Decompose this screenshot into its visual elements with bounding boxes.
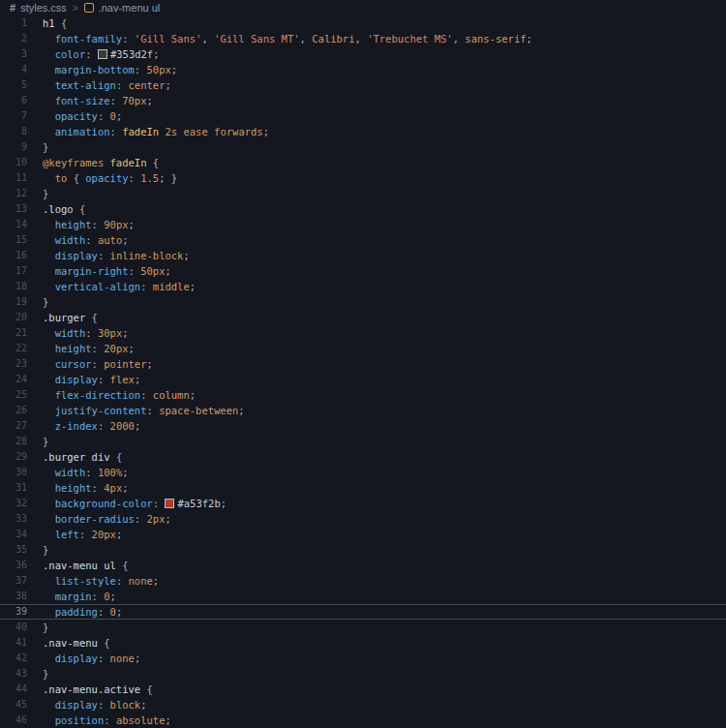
code-line[interactable]: 6 font-size: 70px; — [0, 93, 726, 108]
code-line[interactable]: 32 background-color: #a53f2b; — [0, 496, 726, 511]
code-line[interactable]: 3 color: #353d2f; — [0, 46, 726, 62]
line-number: 17 — [0, 263, 27, 279]
code-line[interactable]: 28} — [0, 434, 726, 449]
code-line[interactable]: 37 list-style: none; — [0, 573, 726, 589]
code-token: text-align — [55, 79, 116, 91]
line-number: 7 — [0, 108, 27, 124]
code-line[interactable]: 35} — [0, 542, 726, 558]
code-line[interactable]: 15 width: auto; — [0, 232, 726, 248]
code-token: : — [129, 265, 141, 277]
code-line[interactable]: 7 opacity: 0; — [0, 108, 726, 124]
color-swatch[interactable] — [98, 49, 107, 59]
code-line-content: } — [27, 186, 48, 201]
editor[interactable]: 1h1 {2 font-family: 'Gill Sans', 'Gill S… — [0, 15, 726, 728]
breadcrumb-file[interactable]: styles.css — [20, 2, 67, 14]
code-token: #a53f2b — [177, 498, 220, 509]
code-line[interactable]: 33 border-radius: 2px; — [0, 511, 726, 527]
code-line[interactable]: 39 padding: 0; — [0, 604, 726, 620]
code-token: ; — [171, 64, 177, 76]
code-token — [43, 652, 55, 664]
css-rule-symbol-icon — [84, 3, 94, 13]
code-token — [43, 405, 55, 416]
code-line[interactable]: 27 z-index: 2000; — [0, 418, 726, 434]
code-token: ; — [190, 389, 196, 401]
code-line[interactable]: 1h1 { — [0, 15, 726, 31]
code-token — [43, 343, 55, 354]
code-token: animation — [55, 126, 110, 137]
code-token: .burger — [43, 312, 85, 323]
code-token: #353d2f — [110, 48, 153, 60]
code-token: position — [55, 714, 105, 726]
code-token: : — [92, 482, 105, 494]
code-line[interactable]: 30 width: 100%; — [0, 465, 726, 480]
code-token: .burger — [43, 451, 85, 463]
code-line[interactable]: 34 left: 20px; — [0, 527, 726, 542]
code-line[interactable]: 45 display: block; — [0, 697, 726, 713]
breadcrumb-symbol[interactable]: .nav-menu ul — [99, 2, 161, 14]
code-line[interactable]: 44.nav-menu.active { — [0, 682, 726, 697]
code-token: : — [135, 513, 147, 525]
code-token: : — [129, 172, 141, 184]
code-token: 70px — [122, 95, 146, 106]
code-token: forwards — [214, 126, 263, 137]
line-number: 27 — [0, 418, 27, 434]
code-token: width — [55, 327, 86, 339]
code-line[interactable]: 5 text-align: center; — [0, 77, 726, 93]
code-token: ; — [153, 575, 159, 587]
code-token: : — [116, 79, 129, 91]
code-line[interactable]: 36.nav-menu ul { — [0, 558, 726, 573]
code-line[interactable]: 14 height: 90px; — [0, 217, 726, 232]
code-line[interactable]: 17 margin-right: 50px; — [0, 263, 726, 279]
code-line[interactable]: 22 height: 20px; — [0, 341, 726, 356]
code-line-content: display: none; — [27, 651, 140, 666]
code-line[interactable]: 43} — [0, 666, 726, 682]
code-token: ; — [190, 281, 196, 292]
code-line[interactable]: 42 display: none; — [0, 651, 726, 666]
code-line[interactable]: 25 flex-direction: column; — [0, 387, 726, 403]
code-line[interactable]: 18 vertical-align: middle; — [0, 279, 726, 294]
code-line[interactable]: 23 cursor: pointer; — [0, 356, 726, 372]
code-line[interactable]: 41.nav-menu { — [0, 635, 726, 651]
code-line[interactable]: 11 to { opacity: 1.5; } — [0, 170, 726, 186]
code-token: margin — [55, 591, 92, 602]
code-token: { — [104, 637, 109, 649]
code-token: fadeIn — [110, 157, 147, 168]
code-line[interactable]: 12} — [0, 186, 726, 201]
code-line[interactable]: 40} — [0, 620, 726, 635]
code-line[interactable]: 21 width: 30px; — [0, 325, 726, 341]
code-line-content: width: auto; — [27, 232, 129, 248]
code-line[interactable]: 4 margin-bottom: 50px; — [0, 62, 726, 77]
line-number: 36 — [0, 558, 27, 573]
chevron-right-icon: > — [72, 3, 79, 14]
code-line[interactable]: 13.logo { — [0, 201, 726, 217]
line-number: 9 — [0, 139, 27, 155]
code-token: z-index — [55, 420, 98, 432]
code-line[interactable]: 10@keyframes fadeIn { — [0, 155, 726, 170]
code-line[interactable]: 29.burger div { — [0, 449, 726, 465]
code-line-content: display: flex; — [27, 372, 140, 387]
code-token: height — [55, 219, 92, 230]
code-token: ; — [122, 482, 128, 494]
code-line[interactable]: 31 height: 4px; — [0, 480, 726, 496]
code-line[interactable]: 26 justify-content: space-between; — [0, 403, 726, 418]
code-line[interactable]: 2 font-family: 'Gill Sans', 'Gill Sans M… — [0, 31, 726, 46]
code-line[interactable]: 20.burger { — [0, 310, 726, 325]
code-token: opacity — [55, 110, 98, 122]
code-token: ; — [221, 498, 227, 509]
code-line[interactable]: 46 position: absolute; — [0, 713, 726, 728]
code-token — [43, 219, 55, 230]
code-token: } — [43, 436, 48, 447]
code-line[interactable]: 19} — [0, 294, 726, 310]
code-token — [43, 467, 55, 478]
code-line[interactable]: 24 display: flex; — [0, 372, 726, 387]
code-line[interactable]: 9} — [0, 139, 726, 155]
code-line-content: h1 { — [27, 15, 67, 31]
code-line[interactable]: 38 margin: 0; — [0, 589, 726, 604]
color-swatch[interactable] — [165, 499, 174, 508]
code-line[interactable]: 8 animation: fadeIn 2s ease forwards; — [0, 124, 726, 139]
code-line-content: display: inline-block; — [27, 248, 190, 263]
code-line-content: flex-direction: column; — [27, 387, 196, 403]
code-line[interactable]: 16 display: inline-block; — [0, 248, 726, 263]
code-token: : — [116, 575, 129, 587]
code-token: 20px — [104, 343, 128, 354]
